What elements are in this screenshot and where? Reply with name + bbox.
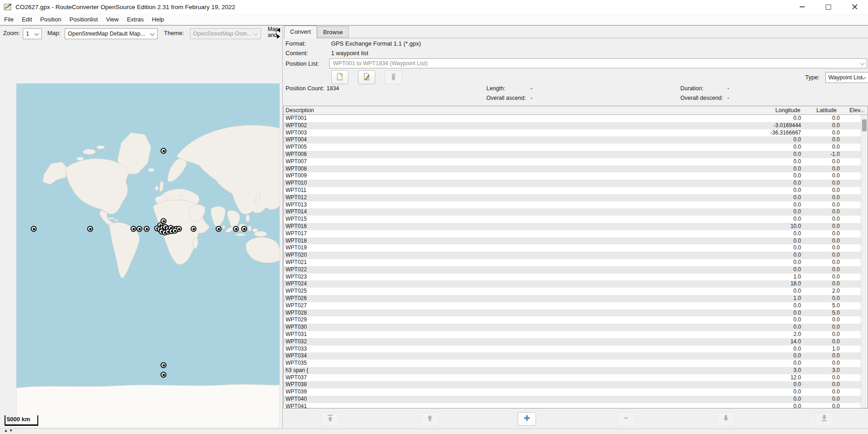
waypoint-marker[interactable] — [131, 226, 137, 232]
table-row[interactable]: WPT0070.00.0 — [284, 158, 861, 165]
close-button[interactable] — [842, 0, 868, 14]
map-canvas[interactable] — [16, 83, 280, 428]
add-position-button[interactable] — [518, 412, 536, 426]
zoom-select[interactable]: 1 — [23, 28, 42, 39]
splitter-collapse-left-icon[interactable] — [277, 28, 280, 32]
table-row[interactable]: WPT0060.0-1.0 — [284, 151, 861, 158]
waypoint-marker[interactable] — [144, 226, 150, 232]
cell-elev — [843, 122, 861, 129]
splitter-expand-right-icon[interactable] — [277, 34, 280, 39]
column-header-description[interactable]: Description — [284, 106, 767, 114]
move-to-top-button[interactable] — [321, 412, 339, 426]
column-header-latitude[interactable]: Latitude — [809, 106, 844, 114]
table-row[interactable]: WPT0340.00.0 — [284, 352, 861, 360]
panel-splitter[interactable] — [282, 26, 283, 429]
menu-view[interactable]: View — [102, 14, 123, 25]
menu-file[interactable]: File — [0, 14, 18, 25]
table-row[interactable]: WPT0040.00.0 — [284, 136, 861, 144]
table-row[interactable]: WPT0300.00.0 — [284, 324, 861, 331]
table-row[interactable]: WPT0400.00.0 — [284, 396, 861, 403]
table-scrollbar[interactable] — [861, 115, 868, 408]
rename-position-list-button[interactable] — [358, 70, 375, 84]
table-row[interactable]: WPT0110.00.0 — [284, 187, 861, 194]
waypoint-marker[interactable] — [172, 228, 178, 234]
waypoint-marker[interactable] — [241, 226, 247, 232]
waypoint-marker[interactable] — [31, 226, 37, 232]
minimize-button[interactable] — [789, 0, 815, 14]
table-row[interactable]: WPT0330.01.0 — [284, 346, 861, 353]
type-select[interactable]: Waypoint List — [825, 72, 868, 83]
table-row[interactable]: WPT03712.00.0 — [284, 374, 861, 382]
remove-position-button[interactable] — [617, 412, 635, 426]
status-collapse-up-icon[interactable]: ▲ — [4, 429, 9, 433]
tab-convert[interactable]: Convert — [284, 26, 317, 38]
menu-edit[interactable]: Edit — [18, 14, 36, 25]
table-row[interactable]: WPT0190.00.0 — [284, 244, 861, 252]
tab-browse[interactable]: Browse — [317, 26, 349, 37]
column-header-longitude[interactable]: Longitude — [767, 106, 809, 114]
waypoint-marker[interactable] — [233, 226, 239, 232]
table-row[interactable]: WPT01610.00.0 — [284, 223, 861, 230]
waypoint-marker[interactable] — [191, 226, 197, 232]
table-row[interactable]: WPT0380.00.0 — [284, 381, 861, 388]
waypoint-marker[interactable] — [87, 226, 93, 232]
table-row[interactable]: WPT0010.00.0 — [284, 115, 861, 122]
waypoint-marker[interactable] — [216, 226, 222, 232]
maximize-button[interactable] — [815, 0, 842, 14]
table-row[interactable]: WPT0130.00.0 — [284, 202, 861, 209]
table-row[interactable]: WPT0250.02.0 — [284, 288, 861, 295]
menu-position[interactable]: Position — [36, 14, 65, 25]
table-row[interactable]: h3 span {3.03.0 — [284, 367, 861, 374]
table-row[interactable]: WPT0231.00.0 — [284, 274, 861, 281]
cell-lat: 0.0 — [804, 223, 843, 230]
table-row[interactable]: WPT0350.00.0 — [284, 360, 861, 367]
table-row[interactable]: WPT0390.00.0 — [284, 388, 861, 396]
table-row[interactable]: WPT0170.00.0 — [284, 230, 861, 238]
table-row[interactable]: WPT0200.00.0 — [284, 252, 861, 259]
waypoint-marker[interactable] — [161, 148, 167, 154]
map-select[interactable]: OpenStreetMap Default Map... — [65, 28, 158, 39]
table-row[interactable]: WPT0100.00.0 — [284, 180, 861, 187]
menu-extras[interactable]: Extras — [123, 14, 148, 25]
table-row[interactable]: WPT0312.00.0 — [284, 331, 861, 338]
waypoint-marker[interactable] — [161, 372, 167, 378]
menu-help[interactable]: Help — [148, 14, 168, 25]
table-row[interactable]: WPT0410.00.0 — [284, 403, 861, 408]
table-row[interactable]: WPT0210.00.0 — [284, 259, 861, 266]
status-bar: ▲▼ — [0, 429, 868, 434]
table-scrollbar-thumb[interactable] — [862, 119, 867, 131]
table-row[interactable]: WPT002-3.01694440.0 — [284, 122, 861, 129]
table-row[interactable]: WPT0261.00.0 — [284, 295, 861, 302]
map-scale-bar: 5000 km — [5, 415, 38, 426]
table-row[interactable]: WPT0180.00.0 — [284, 238, 861, 245]
table-row[interactable]: WPT0050.00.0 — [284, 144, 861, 151]
waypoint-marker[interactable] — [137, 226, 143, 232]
status-collapse-down-icon[interactable]: ▼ — [9, 429, 14, 433]
title-bar[interactable]: CO2627.gpx - RouteConverter OpenSource E… — [0, 0, 868, 14]
table-row[interactable]: WPT02418.00.0 — [284, 280, 861, 288]
table-row[interactable]: WPT0080.00.0 — [284, 165, 861, 173]
menu-positionlist[interactable]: Positionlist — [66, 14, 102, 25]
table-row[interactable]: WPT0290.00.0 — [284, 316, 861, 324]
table-row[interactable]: WPT0270.05.0 — [284, 302, 861, 310]
position-list-combobox[interactable]: WPT001 to WPT1834 (Waypoint List) — [329, 58, 867, 68]
table-row[interactable]: WPT03214.00.0 — [284, 338, 861, 346]
table-row[interactable]: WPT0090.00.0 — [284, 172, 861, 180]
cell-desc: WPT022 — [284, 266, 762, 274]
cell-lon: 0.0 — [762, 172, 804, 180]
table-row[interactable]: WPT0120.00.0 — [284, 194, 861, 202]
theme-select[interactable]: OpenStreetMap Osm... — [190, 28, 261, 39]
column-header-elevation[interactable]: Elev... — [844, 106, 868, 114]
table-row[interactable]: WPT003-36.31666670.0 — [284, 129, 861, 137]
table-row[interactable]: WPT0140.00.0 — [284, 208, 861, 216]
move-down-button[interactable] — [717, 412, 735, 426]
move-up-button[interactable] — [421, 412, 439, 426]
waypoint-marker[interactable] — [161, 362, 167, 368]
cell-lat: 3.0 — [804, 367, 843, 374]
table-row[interactable]: WPT0280.05.0 — [284, 310, 861, 317]
table-row[interactable]: WPT0150.00.0 — [284, 216, 861, 223]
table-row[interactable]: WPT0220.00.0 — [284, 266, 861, 274]
new-position-list-button[interactable] — [331, 70, 348, 84]
delete-position-list-button[interactable] — [385, 70, 402, 84]
move-to-bottom-button[interactable] — [815, 412, 833, 426]
